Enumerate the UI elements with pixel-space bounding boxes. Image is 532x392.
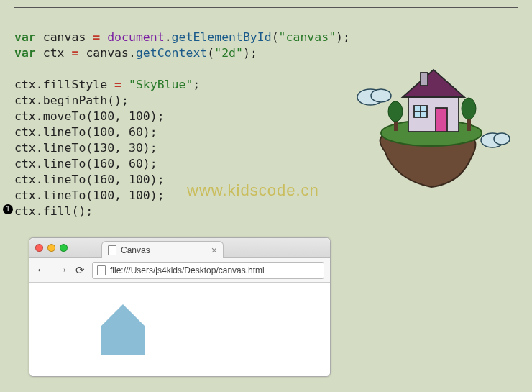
browser-titlebar: Canvas × [29,238,330,258]
operator: = [93,30,100,44]
code-line: ctx.lineTo(100, 100); [14,188,165,202]
url-text: file:///Users/js4kids/Desktop/canvas.htm… [110,265,265,275]
browser-viewport [29,283,330,376]
identifier: ctx [43,46,65,60]
watermark-text: www.kidscode.cn [187,181,319,200]
code-line: ctx.lineTo(100, 60); [14,125,157,139]
callout-badge: 1 [3,204,13,214]
file-icon [108,245,116,255]
svg-marker-10 [403,70,464,97]
keyword-var: var [14,46,36,60]
rendered-shape [101,304,145,355]
svg-point-8 [462,98,476,119]
close-icon[interactable] [35,244,43,252]
method: getElementById [172,30,272,44]
identifier: canvas [43,30,86,44]
traffic-lights [35,244,68,252]
house-illustration [352,40,510,191]
file-icon [97,265,106,275]
dot: . [129,46,136,60]
paren-close: ); [336,30,350,44]
object-document: document [107,30,164,44]
svg-rect-12 [436,108,447,132]
paren-open: ( [207,46,214,60]
string-literal: "canvas" [279,30,336,44]
paren-open: ( [272,30,279,44]
operator: = [114,78,121,91]
code-line: ctx.moveTo(100, 100); [14,109,165,123]
minimize-icon[interactable] [47,244,55,252]
string-literal: "2d" [214,46,243,60]
keyword-var: var [14,30,36,44]
svg-point-3 [494,133,510,145]
svg-point-1 [371,89,391,102]
code-line: ctx.lineTo(160, 100); [14,173,165,186]
code-line: ctx.beginPath(); [14,94,129,107]
code-line: ctx.fillStyle [14,78,114,91]
code-line: ctx.lineTo(160, 60); [14,157,157,170]
operator: = [72,46,79,60]
tab-title: Canvas [121,245,150,255]
svg-rect-11 [421,73,428,86]
canvas-output [29,283,173,376]
svg-point-6 [388,101,403,122]
forward-button[interactable]: → [55,263,68,278]
code-line: ctx.lineTo(130, 30); [14,141,157,155]
address-bar[interactable]: file:///Users/js4kids/Desktop/canvas.htm… [92,262,324,279]
browser-tab[interactable]: Canvas × [101,241,224,258]
browser-toolbar: ← → ⟳ file:///Users/js4kids/Desktop/canv… [29,258,330,283]
back-button[interactable]: ← [35,263,48,278]
maximize-icon[interactable] [60,244,68,252]
string-literal: "SkyBlue" [121,78,193,91]
tab-close-icon[interactable]: × [211,245,217,256]
browser-window: Canvas × ← → ⟳ file:///Users/js4kids/Des… [29,237,331,377]
code-line: ctx.fill(); [14,204,93,218]
reload-button[interactable]: ⟳ [75,264,85,277]
method: getContext [136,46,207,60]
identifier: canvas [86,46,129,60]
semicolon: ; [193,78,200,91]
paren-close: ); [243,46,257,60]
dot: . [165,30,172,44]
